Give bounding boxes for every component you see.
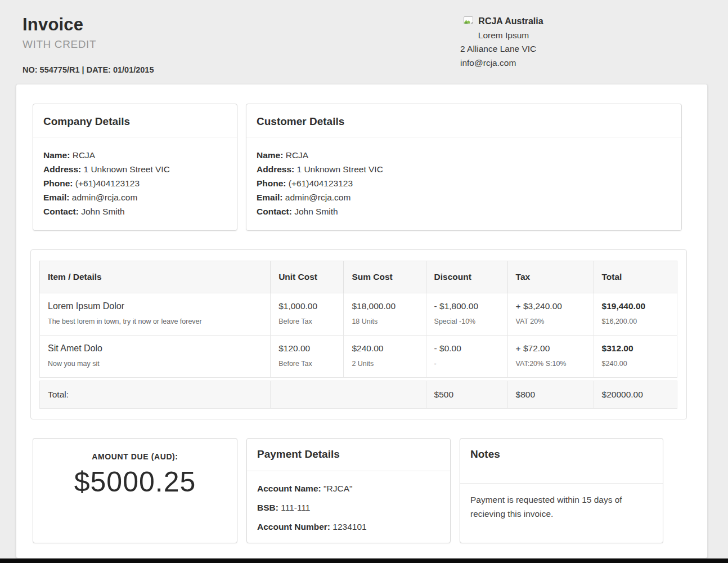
field-name: Name: RCJA	[257, 148, 671, 162]
total-discount: $500	[426, 381, 507, 409]
table-row: Sit Amet Dolo Now you may sit $120.00 Be…	[40, 336, 677, 378]
item-name: Sit Amet Dolo	[48, 343, 262, 354]
row-total-note: $240.00	[602, 360, 669, 368]
total-tax: $800	[507, 381, 594, 409]
field-phone: Phone: (+61)404123123	[43, 176, 227, 190]
field-name: Name: RCJA	[43, 148, 227, 162]
field-email: Email: admin@rcja.com	[257, 190, 671, 204]
field-account-name: Account Name: "RJCA"	[257, 479, 440, 498]
unit-cost-value: $1,000.00	[278, 301, 335, 311]
company-header-address: 2 Alliance Lane VIC	[460, 42, 547, 56]
company-logo-row: RCJA Australia	[460, 15, 547, 29]
total-empty-cell	[271, 381, 426, 409]
item-name: Lorem Ipsum Dolor	[48, 301, 262, 311]
footer-bar	[0, 558, 728, 563]
col-header-unit-cost: Unit Cost	[271, 261, 344, 293]
sum-cost-note: 2 Units	[352, 360, 417, 368]
payment-details-box: Payment Details Account Name: "RJCA" BSB…	[246, 438, 451, 543]
notes-body: Payment is requested within 15 days of r…	[460, 484, 663, 530]
items-table: Item / Details Unit Cost Sum Cost Discou…	[39, 261, 677, 378]
customer-details-heading: Customer Details	[246, 104, 681, 137]
row-total-value: $19,440.00	[602, 301, 669, 311]
field-contact: Contact: John Smith	[43, 204, 227, 218]
customer-details-box: Customer Details Name: RCJA Address: 1 U…	[246, 104, 682, 231]
discount-note: -	[434, 360, 500, 368]
row-total-note: $16,200.00	[602, 318, 669, 325]
table-header-row: Item / Details Unit Cost Sum Cost Discou…	[40, 261, 677, 293]
item-description: Now you may sit	[48, 360, 262, 368]
tax-note: VAT 20%	[516, 318, 586, 325]
unit-cost-value: $120.00	[278, 343, 335, 354]
tax-value: + $72.00	[516, 343, 586, 354]
field-address: Address: 1 Unknown Street VIC	[43, 162, 227, 176]
company-details-body: Name: RCJA Address: 1 Unknown Street VIC…	[33, 137, 237, 230]
bottom-row: AMOUNT DUE (AUD): $5000.25 Payment Detai…	[33, 438, 663, 543]
company-header-line: Lorem Ipsum	[460, 29, 547, 43]
field-contact: Contact: John Smith	[257, 204, 671, 218]
col-header-tax: Tax	[507, 261, 594, 293]
items-table-container: Item / Details Unit Cost Sum Cost Discou…	[30, 249, 687, 419]
col-header-discount: Discount	[426, 261, 507, 293]
amount-due-box: AMOUNT DUE (AUD): $5000.25	[33, 438, 237, 543]
row-total-value: $312.00	[602, 343, 669, 354]
total-row: Total: $500 $800 $20000.00	[40, 381, 677, 409]
customer-details-body: Name: RCJA Address: 1 Unknown Street VIC…	[246, 137, 681, 230]
total-label: Total:	[40, 381, 271, 409]
tax-value: + $3,240.00	[516, 301, 586, 311]
company-name: RCJA Australia	[478, 15, 543, 29]
discount-value: - $1,800.00	[434, 301, 500, 311]
notes-heading: Notes	[460, 439, 663, 484]
payment-details-heading: Payment Details	[247, 439, 450, 471]
unit-cost-note: Before Tax	[278, 360, 335, 368]
page-subtitle: WITH CREDIT	[23, 38, 728, 51]
col-header-total: Total	[594, 261, 677, 293]
broken-image-icon	[464, 15, 473, 29]
col-header-item-details: Item / Details	[40, 261, 271, 293]
col-header-sum-cost: Sum Cost	[344, 261, 426, 293]
discount-note: Special -10%	[434, 318, 500, 325]
payment-details-body: Account Name: "RJCA" BSB: 111-111 Accoun…	[247, 471, 450, 544]
totals-table: Total: $500 $800 $20000.00	[39, 381, 677, 409]
item-description: The best lorem in town, try it now or le…	[48, 318, 262, 325]
details-row: Company Details Name: RCJA Address: 1 Un…	[33, 104, 682, 231]
sum-cost-value: $240.00	[352, 343, 417, 354]
field-phone: Phone: (+61)404123123	[257, 176, 671, 190]
invoice-card: Company Details Name: RCJA Address: 1 Un…	[16, 84, 708, 558]
page-title: Invoice	[23, 15, 728, 35]
unit-cost-note: Before Tax	[278, 318, 335, 325]
field-account-number: Account Number: 1234101	[257, 517, 440, 537]
page-header: Invoice WITH CREDIT NO: 554775/R1 | DATE…	[0, 0, 728, 84]
tax-note: VAT:20% S:10%	[516, 360, 586, 368]
amount-due-value: $5000.25	[33, 466, 237, 498]
company-details-box: Company Details Name: RCJA Address: 1 Un…	[33, 104, 237, 231]
field-address: Address: 1 Unknown Street VIC	[257, 162, 671, 176]
table-row: Lorem Ipsum Dolor The best lorem in town…	[40, 293, 677, 336]
sum-cost-note: 18 Units	[352, 318, 417, 325]
company-header-email: info@rcja.com	[460, 56, 547, 70]
amount-due-label: AMOUNT DUE (AUD):	[33, 452, 237, 461]
sum-cost-value: $18,000.00	[352, 301, 417, 311]
total-amount: $20000.00	[594, 381, 677, 409]
field-email: Email: admin@rcja.com	[43, 190, 227, 204]
company-details-heading: Company Details	[33, 104, 237, 137]
company-header-block: RCJA Australia Lorem Ipsum 2 Alliance La…	[460, 15, 547, 70]
field-bsb: BSB: 111-111	[257, 498, 440, 517]
notes-box: Notes Payment is requested within 15 day…	[460, 438, 663, 543]
invoice-number-and-date: NO: 554775/R1 | DATE: 01/01/2015	[23, 65, 728, 74]
discount-value: - $0.00	[434, 343, 500, 354]
